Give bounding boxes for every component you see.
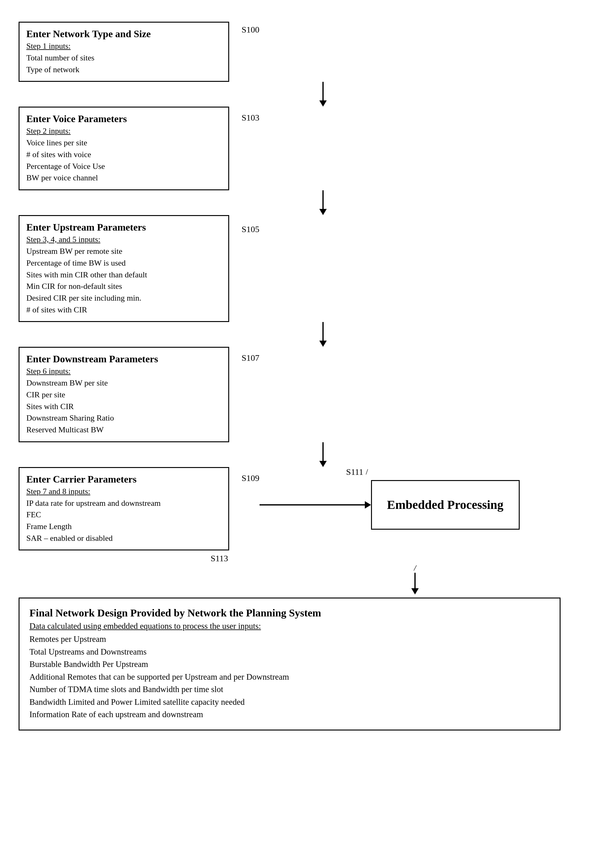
step2-title: Enter Voice Parameters xyxy=(26,113,222,124)
step4-title: Enter Downstream Parameters xyxy=(26,353,222,365)
s111-label-row: S111 / xyxy=(346,467,368,477)
step3-line2: Percentage of time BW is used xyxy=(26,257,222,269)
step3-line6: # of sites with CIR xyxy=(26,304,222,316)
step3-label: S105 xyxy=(242,224,259,234)
arrow1 xyxy=(55,82,591,107)
step2-line3: Percentage of Voice Use xyxy=(26,161,222,172)
step3-row: Enter Upstream Parameters Step 3, 4, and… xyxy=(19,215,591,322)
step5-line2: FEC xyxy=(26,509,222,521)
step4-row: Enter Downstream Parameters Step 6 input… xyxy=(19,347,591,442)
s111-slash: / xyxy=(366,467,368,477)
step4-label: S107 xyxy=(242,353,259,363)
step5-embedded-row: Enter Carrier Parameters Step 7 and 8 in… xyxy=(19,467,591,551)
step3-content: Upstream BW per remote site Percentage o… xyxy=(26,246,222,315)
step3-line3: Sites with min CIR other than default xyxy=(26,269,222,281)
horizontal-arrow-row: Embedded Processing xyxy=(259,480,520,529)
step1-title: Enter Network Type and Size xyxy=(26,28,222,40)
step2-line1: Voice lines per site xyxy=(26,137,222,149)
step4-line3: Sites with CIR xyxy=(26,401,222,413)
s113-slash-mark: / xyxy=(414,563,416,573)
step2-line2: # of sites with voice xyxy=(26,149,222,161)
step1-row: Enter Network Type and Size Step 1 input… xyxy=(19,22,591,82)
step5-box: Enter Carrier Parameters Step 7 and 8 in… xyxy=(19,467,229,551)
h-arrow xyxy=(259,501,371,509)
step4-line2: CIR per site xyxy=(26,389,222,401)
step5-line3: Frame Length xyxy=(26,521,222,533)
arrow2 xyxy=(55,190,591,215)
final-line2: Total Upstreams and Downstreams xyxy=(30,646,550,658)
step3-line5: Desired CIR per site including min. xyxy=(26,292,222,304)
s113-label-row: S113 xyxy=(211,553,561,563)
step1-subtitle: Step 1 inputs: xyxy=(26,41,222,51)
step1-line2: Type of network xyxy=(26,64,222,76)
final-line1: Remotes per Upstream xyxy=(30,633,550,646)
final-line5: Number of TDMA time slots and Bandwidth … xyxy=(30,683,550,696)
step2-row: Enter Voice Parameters Step 2 inputs: Vo… xyxy=(19,107,591,190)
step4-subtitle: Step 6 inputs: xyxy=(26,367,222,376)
final-line4: Additional Remotes that can be supported… xyxy=(30,671,550,683)
step2-box: Enter Voice Parameters Step 2 inputs: Vo… xyxy=(19,107,229,190)
step1-content: Total number of sites Type of network xyxy=(26,52,222,75)
step3-box: Enter Upstream Parameters Step 3, 4, and… xyxy=(19,215,229,322)
s113-arrow-down: / xyxy=(411,563,561,594)
step2-content: Voice lines per site # of sites with voi… xyxy=(26,137,222,184)
step3-title: Enter Upstream Parameters xyxy=(26,222,222,233)
step5-content: IP data rate for upstream and downstream… xyxy=(26,498,222,544)
step3-line4: Min CIR for non-default sites xyxy=(26,280,222,292)
embedded-column: S111 / Embedded Processing xyxy=(259,467,520,529)
step4-line5: Reserved Multicast BW xyxy=(26,424,222,436)
step3-subtitle: Step 3, 4, and 5 inputs: xyxy=(26,235,222,244)
step2-label: S103 xyxy=(242,113,259,123)
step5-subtitle: Step 7 and 8 inputs: xyxy=(26,487,222,496)
s113-label: S113 xyxy=(211,553,228,563)
step1-box: Enter Network Type and Size Step 1 input… xyxy=(19,22,229,82)
final-title: Final Network Design Provided by Network… xyxy=(30,607,550,619)
step2-subtitle: Step 2 inputs: xyxy=(26,126,222,136)
step1-label: S100 xyxy=(242,25,259,35)
final-line6: Bandwidth Limited and Power Limited sate… xyxy=(30,696,550,709)
step4-line1: Downstream BW per site xyxy=(26,377,222,389)
flowchart-container: Enter Network Type and Size Step 1 input… xyxy=(19,22,591,731)
step5-column: Enter Carrier Parameters Step 7 and 8 in… xyxy=(19,467,259,551)
step3-line1: Upstream BW per remote site xyxy=(26,246,222,257)
s111-label: S111 xyxy=(346,467,364,477)
final-subtitle: Data calculated using embedded equations… xyxy=(30,621,550,631)
step4-box: Enter Downstream Parameters Step 6 input… xyxy=(19,347,229,442)
step5-line1: IP data rate for upstream and downstream xyxy=(26,498,222,509)
arrow4 xyxy=(55,442,591,467)
step2-line4: BW per voice channel xyxy=(26,172,222,184)
s113-section: S113 / xyxy=(19,553,561,594)
step5-row: Enter Carrier Parameters Step 7 and 8 in… xyxy=(19,467,259,551)
embedded-title: Embedded Processing xyxy=(387,497,504,513)
final-line3: Burstable Bandwidth Per Upstream xyxy=(30,658,550,671)
step5-line4: SAR – enabled or disabled xyxy=(26,533,222,544)
final-line7: Information Rate of each upstream and do… xyxy=(30,708,550,721)
final-content: Remotes per Upstream Total Upstreams and… xyxy=(30,633,550,721)
embedded-processing-box: Embedded Processing xyxy=(371,480,520,529)
step4-content: Downstream BW per site CIR per site Site… xyxy=(26,377,222,435)
arrow3 xyxy=(55,322,591,347)
step4-line4: Downstream Sharing Ratio xyxy=(26,412,222,424)
final-box: Final Network Design Provided by Network… xyxy=(19,597,561,731)
step1-line1: Total number of sites xyxy=(26,52,222,64)
step5-title: Enter Carrier Parameters xyxy=(26,474,222,485)
step5-label: S109 xyxy=(242,473,259,483)
